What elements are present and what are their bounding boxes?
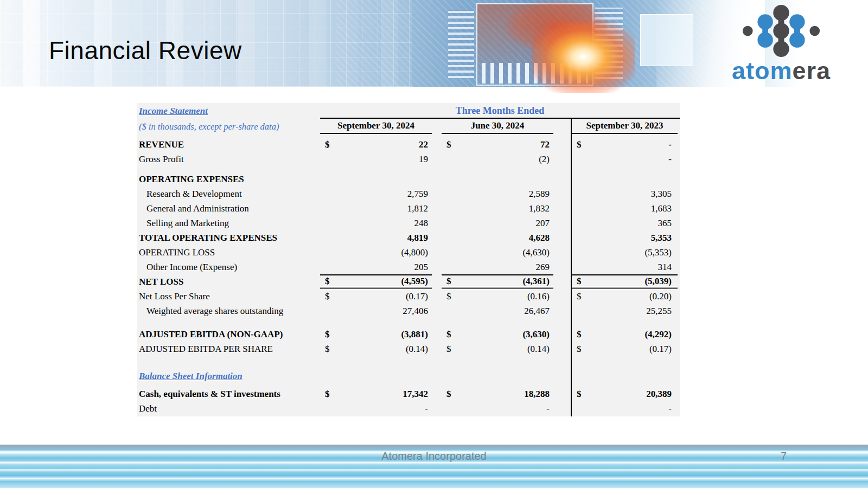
section-heading-row: Balance Sheet Information [137, 368, 680, 384]
cell-value: (0.17) [649, 344, 672, 355]
value-cell: $18,288 [442, 387, 553, 401]
cell-value: 27,406 [403, 306, 428, 317]
row-label: NET LOSS [137, 277, 320, 287]
value-cell: (2) [442, 152, 553, 166]
value-cell: 1,812 [320, 201, 432, 216]
currency-symbol: $ [446, 329, 451, 340]
group-header: Three Months Ended [320, 103, 680, 119]
table-row: REVENUE$22$72$- [137, 137, 680, 152]
currency-symbol: $ [325, 276, 330, 287]
table-row: ADJUSTED EBITDA PER SHARE$(0.14)$(0.14)$… [137, 342, 680, 356]
row-label: General and Administration [137, 203, 320, 214]
cell-value: (5,353) [644, 247, 672, 258]
cell-value: - [668, 403, 672, 414]
currency-symbol: $ [446, 139, 451, 150]
value-cell: 4,819 [320, 230, 432, 245]
row-label: Balance Sheet Information [137, 371, 320, 382]
row-label: Cash, equivalents & ST investments [137, 389, 320, 400]
table-row: OPERATING EXPENSES [137, 172, 680, 187]
atomera-logo: atomera [706, 4, 856, 85]
value-cell: - [572, 401, 678, 416]
table-row: Weighted average shares outstanding27,40… [137, 304, 680, 318]
cell-value: (4,800) [401, 247, 428, 258]
value-cell: $(0.14) [442, 342, 553, 356]
row-label: Weighted average shares outstanding [137, 306, 320, 317]
atomera-molecule-icon [733, 4, 829, 57]
cell-value: (0.14) [527, 344, 550, 355]
cell-value: (3,881) [401, 329, 428, 340]
cell-value: 207 [536, 218, 550, 229]
cell-value: 1,832 [529, 203, 550, 214]
row-label: ADJUSTED EBITDA PER SHARE [137, 344, 320, 355]
cell-value: (5,039) [644, 276, 672, 287]
cell-value: 1,683 [651, 203, 672, 214]
currency-symbol: $ [446, 389, 451, 400]
value-cell: $- [572, 137, 678, 152]
cell-value: 269 [536, 262, 550, 273]
value-cell: 2,589 [442, 187, 553, 201]
currency-symbol: $ [577, 389, 582, 400]
cell-value: (0.14) [406, 344, 428, 355]
row-label: Other Income (Expense) [137, 262, 320, 273]
table-rows: REVENUE$22$72$-Gross Profit19(2)-OPERATI… [137, 134, 680, 416]
cell-value: 72 [540, 139, 550, 150]
cell-value: (4,361) [522, 276, 550, 287]
currency-symbol: $ [325, 344, 330, 355]
logo-word-atom: atom [732, 57, 793, 85]
table-row: TOTAL OPERATING EXPENSES4,8194,6285,353 [137, 230, 680, 245]
table-row: Other Income (Expense)205269314 [137, 260, 680, 274]
row-label: OPERATING EXPENSES [137, 174, 320, 185]
value-cell: $(0.16) [442, 289, 553, 304]
value-cell: - [442, 401, 553, 416]
currency-symbol: $ [325, 329, 330, 340]
row-label: OPERATING LOSS [137, 247, 320, 258]
table-row: Cash, equivalents & ST investments$17,34… [137, 387, 680, 401]
currency-symbol: $ [446, 344, 451, 355]
table-row: Gross Profit19(2)- [137, 152, 680, 166]
cell-value: 26,467 [524, 306, 550, 317]
value-cell [442, 172, 553, 187]
cell-value: 365 [658, 218, 672, 229]
value-cell: (4,800) [320, 245, 432, 260]
currency-symbol: $ [325, 291, 330, 302]
row-label: Research & Development [137, 189, 320, 200]
financial-table: Income Statement Three Months Ended ($ i… [137, 103, 680, 416]
cell-value: 4,819 [407, 233, 428, 243]
column-header: September 30, 2023 [572, 119, 678, 134]
value-cell [320, 172, 432, 187]
value-cell: 2,759 [320, 187, 432, 201]
value-cell: 4,628 [442, 230, 553, 245]
cell-value: 3,305 [651, 189, 672, 200]
cell-value: - [668, 154, 672, 165]
row-label: TOTAL OPERATING EXPENSES [137, 233, 320, 243]
table-row: OPERATING LOSS(4,800)(4,630)(5,353) [137, 245, 680, 260]
footer-company-name: Atomera Incorporated [0, 450, 868, 463]
table-row: Selling and Marketing248207365 [137, 216, 680, 230]
table-row: ADJUSTED EBITDA (NON-GAAP)$(3,881)$(3,63… [137, 327, 680, 342]
cell-value: (4,630) [522, 247, 550, 258]
currency-symbol: $ [577, 329, 582, 340]
value-cell: $20,389 [572, 387, 678, 401]
table-row: Debt--- [137, 401, 680, 416]
value-cell: 205 [320, 260, 432, 274]
value-cell: 207 [442, 216, 553, 230]
cell-value: (4,292) [644, 329, 672, 340]
cell-value: 18,288 [524, 389, 550, 400]
value-cell: 1,683 [572, 201, 678, 216]
chip-pins-decor [448, 10, 474, 78]
value-cell: $(4,361) [442, 274, 553, 289]
currency-symbol: $ [446, 276, 451, 287]
units-note: ($ in thousands, except per-share data) [137, 121, 320, 132]
currency-symbol: $ [325, 139, 330, 150]
currency-symbol: $ [577, 344, 582, 355]
currency-symbol: $ [577, 276, 582, 287]
row-label: Net Loss Per Share [137, 291, 320, 302]
value-cell: 26,467 [442, 304, 553, 318]
cell-value: (4,595) [401, 276, 428, 287]
cell-value: 2,759 [407, 189, 428, 200]
value-cell: $(3,630) [442, 327, 553, 342]
presentation-slide: Financial Review atomera Income Statemen… [0, 0, 868, 488]
currency-symbol: $ [577, 291, 582, 302]
value-cell: $22 [320, 137, 432, 152]
table-row: NET LOSS$(4,595)$(4,361)$(5,039) [137, 274, 680, 289]
